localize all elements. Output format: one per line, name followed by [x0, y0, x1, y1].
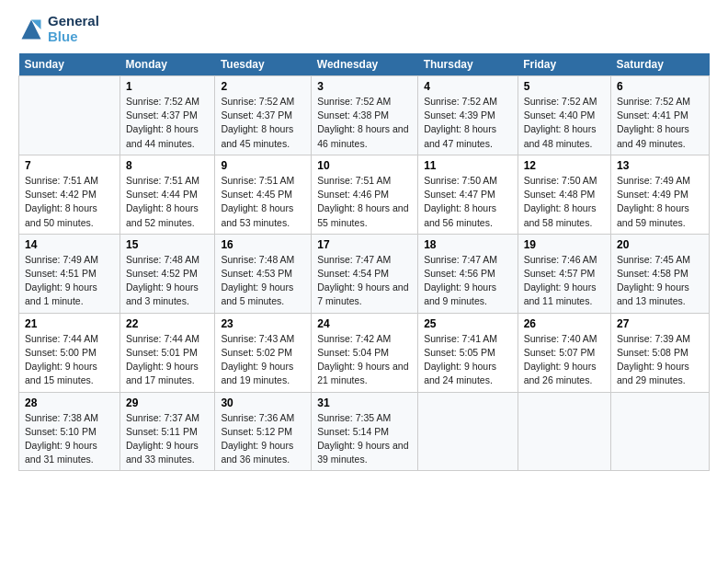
day-number: 13 — [617, 159, 703, 172]
day-number: 20 — [617, 238, 703, 251]
calendar-cell: 7Sunrise: 7:51 AMSunset: 4:42 PMDaylight… — [19, 155, 120, 234]
calendar-cell: 5Sunrise: 7:52 AMSunset: 4:40 PMDaylight… — [518, 76, 610, 155]
day-info: Sunrise: 7:49 AMSunset: 4:51 PMDaylight:… — [25, 253, 114, 309]
calendar-cell: 20Sunrise: 7:45 AMSunset: 4:58 PMDayligh… — [611, 234, 710, 313]
day-number: 7 — [25, 159, 114, 172]
day-info: Sunrise: 7:48 AMSunset: 4:53 PMDaylight:… — [221, 253, 305, 309]
day-info: Sunrise: 7:38 AMSunset: 5:10 PMDaylight:… — [25, 411, 114, 467]
day-number: 23 — [221, 317, 305, 330]
calendar-cell — [418, 392, 518, 471]
day-number: 22 — [126, 317, 209, 330]
calendar-cell: 28Sunrise: 7:38 AMSunset: 5:10 PMDayligh… — [19, 392, 120, 471]
header-day-friday: Friday — [518, 53, 610, 76]
day-number: 14 — [25, 238, 114, 251]
logo-icon — [18, 17, 44, 42]
week-row-3: 21Sunrise: 7:44 AMSunset: 5:00 PMDayligh… — [19, 313, 710, 392]
calendar-cell: 6Sunrise: 7:52 AMSunset: 4:41 PMDaylight… — [611, 76, 710, 155]
calendar-table: SundayMondayTuesdayWednesdayThursdayFrid… — [18, 53, 710, 471]
day-info: Sunrise: 7:47 AMSunset: 4:54 PMDaylight:… — [317, 253, 412, 309]
day-info: Sunrise: 7:52 AMSunset: 4:41 PMDaylight:… — [617, 95, 703, 151]
header-day-saturday: Saturday — [611, 53, 710, 76]
header-day-thursday: Thursday — [418, 53, 518, 76]
calendar-cell — [518, 392, 610, 471]
day-info: Sunrise: 7:44 AMSunset: 5:00 PMDaylight:… — [25, 332, 114, 388]
calendar-cell: 21Sunrise: 7:44 AMSunset: 5:00 PMDayligh… — [19, 313, 120, 392]
calendar-cell: 18Sunrise: 7:47 AMSunset: 4:56 PMDayligh… — [418, 234, 518, 313]
day-number: 30 — [221, 396, 305, 409]
calendar-cell: 23Sunrise: 7:43 AMSunset: 5:02 PMDayligh… — [215, 313, 312, 392]
day-info: Sunrise: 7:52 AMSunset: 4:38 PMDaylight:… — [317, 95, 412, 151]
day-number: 25 — [424, 317, 512, 330]
day-number: 10 — [317, 159, 412, 172]
day-info: Sunrise: 7:51 AMSunset: 4:45 PMDaylight:… — [221, 174, 305, 230]
day-number: 28 — [25, 396, 114, 409]
calendar-cell: 30Sunrise: 7:36 AMSunset: 5:12 PMDayligh… — [215, 392, 312, 471]
day-info: Sunrise: 7:46 AMSunset: 4:57 PMDaylight:… — [524, 253, 605, 309]
week-row-0: 1Sunrise: 7:52 AMSunset: 4:37 PMDaylight… — [19, 76, 710, 155]
day-info: Sunrise: 7:35 AMSunset: 5:14 PMDaylight:… — [317, 411, 412, 467]
day-info: Sunrise: 7:52 AMSunset: 4:40 PMDaylight:… — [524, 95, 605, 151]
day-info: Sunrise: 7:50 AMSunset: 4:47 PMDaylight:… — [424, 174, 512, 230]
header: General Blue — [18, 14, 710, 44]
calendar-cell: 3Sunrise: 7:52 AMSunset: 4:38 PMDaylight… — [312, 76, 418, 155]
calendar-cell: 14Sunrise: 7:49 AMSunset: 4:51 PMDayligh… — [19, 234, 120, 313]
day-info: Sunrise: 7:40 AMSunset: 5:07 PMDaylight:… — [524, 332, 605, 388]
calendar-cell: 31Sunrise: 7:35 AMSunset: 5:14 PMDayligh… — [312, 392, 418, 471]
day-number: 27 — [617, 317, 703, 330]
calendar-cell: 22Sunrise: 7:44 AMSunset: 5:01 PMDayligh… — [120, 313, 215, 392]
day-info: Sunrise: 7:43 AMSunset: 5:02 PMDaylight:… — [221, 332, 305, 388]
calendar-cell: 1Sunrise: 7:52 AMSunset: 4:37 PMDaylight… — [120, 76, 215, 155]
day-number: 9 — [221, 159, 305, 172]
calendar-cell: 11Sunrise: 7:50 AMSunset: 4:47 PMDayligh… — [418, 155, 518, 234]
day-info: Sunrise: 7:36 AMSunset: 5:12 PMDaylight:… — [221, 411, 305, 467]
day-number: 21 — [25, 317, 114, 330]
day-number: 3 — [317, 80, 412, 93]
day-number: 24 — [317, 317, 412, 330]
day-info: Sunrise: 7:41 AMSunset: 5:05 PMDaylight:… — [424, 332, 512, 388]
day-number: 17 — [317, 238, 412, 251]
day-number: 2 — [221, 80, 305, 93]
day-info: Sunrise: 7:52 AMSunset: 4:37 PMDaylight:… — [221, 95, 305, 151]
calendar-cell: 27Sunrise: 7:39 AMSunset: 5:08 PMDayligh… — [611, 313, 710, 392]
calendar-cell: 2Sunrise: 7:52 AMSunset: 4:37 PMDaylight… — [215, 76, 312, 155]
calendar-cell: 9Sunrise: 7:51 AMSunset: 4:45 PMDaylight… — [215, 155, 312, 234]
day-number: 11 — [424, 159, 512, 172]
calendar-cell: 25Sunrise: 7:41 AMSunset: 5:05 PMDayligh… — [418, 313, 518, 392]
calendar-cell: 16Sunrise: 7:48 AMSunset: 4:53 PMDayligh… — [215, 234, 312, 313]
header-day-tuesday: Tuesday — [215, 53, 312, 76]
calendar-cell — [19, 76, 120, 155]
day-number: 6 — [617, 80, 703, 93]
day-number: 18 — [424, 238, 512, 251]
calendar-cell: 29Sunrise: 7:37 AMSunset: 5:11 PMDayligh… — [120, 392, 215, 471]
header-day-monday: Monday — [120, 53, 215, 76]
calendar-cell — [611, 392, 710, 471]
calendar-cell: 24Sunrise: 7:42 AMSunset: 5:04 PMDayligh… — [312, 313, 418, 392]
day-number: 19 — [524, 238, 605, 251]
calendar-cell: 17Sunrise: 7:47 AMSunset: 4:54 PMDayligh… — [312, 234, 418, 313]
day-info: Sunrise: 7:45 AMSunset: 4:58 PMDaylight:… — [617, 253, 703, 309]
day-info: Sunrise: 7:47 AMSunset: 4:56 PMDaylight:… — [424, 253, 512, 309]
day-number: 4 — [424, 80, 512, 93]
calendar-cell: 19Sunrise: 7:46 AMSunset: 4:57 PMDayligh… — [518, 234, 610, 313]
header-day-wednesday: Wednesday — [312, 53, 418, 76]
day-number: 12 — [524, 159, 605, 172]
calendar-cell: 8Sunrise: 7:51 AMSunset: 4:44 PMDaylight… — [120, 155, 215, 234]
day-info: Sunrise: 7:52 AMSunset: 4:37 PMDaylight:… — [126, 95, 209, 151]
calendar-cell: 15Sunrise: 7:48 AMSunset: 4:52 PMDayligh… — [120, 234, 215, 313]
page: General Blue SundayMondayTuesdayWednesda… — [0, 0, 728, 563]
week-row-4: 28Sunrise: 7:38 AMSunset: 5:10 PMDayligh… — [19, 392, 710, 471]
day-info: Sunrise: 7:50 AMSunset: 4:48 PMDaylight:… — [524, 174, 605, 230]
day-info: Sunrise: 7:44 AMSunset: 5:01 PMDaylight:… — [126, 332, 209, 388]
day-number: 26 — [524, 317, 605, 330]
calendar-cell: 12Sunrise: 7:50 AMSunset: 4:48 PMDayligh… — [518, 155, 610, 234]
logo: General Blue — [18, 14, 99, 44]
day-number: 29 — [126, 396, 209, 409]
calendar-cell: 4Sunrise: 7:52 AMSunset: 4:39 PMDaylight… — [418, 76, 518, 155]
calendar-header-row: SundayMondayTuesdayWednesdayThursdayFrid… — [19, 53, 710, 76]
day-number: 16 — [221, 238, 305, 251]
header-day-sunday: Sunday — [19, 53, 120, 76]
week-row-2: 14Sunrise: 7:49 AMSunset: 4:51 PMDayligh… — [19, 234, 710, 313]
day-info: Sunrise: 7:42 AMSunset: 5:04 PMDaylight:… — [317, 332, 412, 388]
day-info: Sunrise: 7:37 AMSunset: 5:11 PMDaylight:… — [126, 411, 209, 467]
calendar-cell: 10Sunrise: 7:51 AMSunset: 4:46 PMDayligh… — [312, 155, 418, 234]
